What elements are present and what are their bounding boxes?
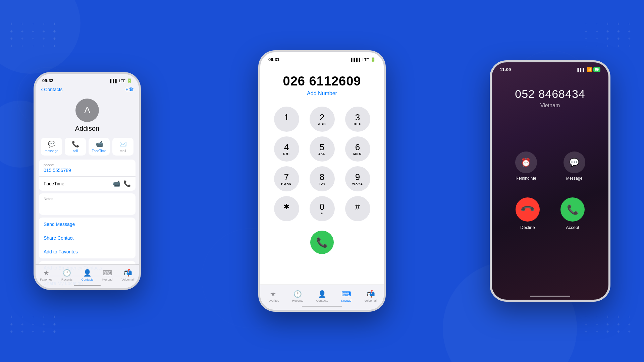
back-chevron-icon: ‹ [41,86,43,93]
phone3-screen: 11:09 ▌▌▌ 📶 89 052 8468434 Vietnam ⏰ R [492,62,608,300]
tab2-voicemail[interactable]: 📬 Voicemail [364,290,377,302]
send-message-button[interactable]: Send Message [39,218,136,231]
keypad-key-star[interactable]: ✱ [274,196,299,221]
wifi-icon: 📶 [587,67,592,72]
tab-keypad[interactable]: ⌨ Keypad [102,269,113,281]
key-5-digit: 5 [320,143,324,152]
remind-me-action[interactable]: ⏰ Remind Me [515,152,537,181]
remind-me-label: Remind Me [516,176,536,181]
call-button[interactable]: 📞 [310,231,334,254]
tab-recents[interactable]: 🕐 Recents [61,269,72,281]
key-8-digit: 8 [320,173,324,181]
call-phone-icon: 📞 [316,237,328,248]
phone1-status-icons: ▌▌▌ LTE 🔋 [110,78,132,83]
keypad-tab-label: Keypad [102,278,113,281]
dialed-number: 026 6112609 [267,74,377,88]
tab2-recents[interactable]: 🕐 Recents [292,290,303,302]
keypad-key-4[interactable]: 4 GHI [274,136,299,162]
add-number-link[interactable]: Add Number [267,90,377,97]
home-indicator [74,285,101,286]
decline-button[interactable]: 📞 [516,197,540,222]
message-label: message [45,149,58,153]
keypad-key-0[interactable]: 0 + [310,196,335,221]
incoming-country: Vietnam [498,103,602,109]
phone1-contacts: 09:32 ▌▌▌ LTE 🔋 ‹ Contacts Edit A A [34,72,141,290]
back-button[interactable]: ‹ Contacts [41,86,63,93]
contacts-tab-icon: 👤 [83,269,92,277]
incoming-number-display: 052 8468434 Vietnam [492,74,608,111]
key-star-letters [286,211,287,215]
tab-contacts-active[interactable]: 👤 Contacts [82,269,94,281]
tab-favorites[interactable]: ★ Favorites [40,269,52,281]
keypad-key-5[interactable]: 5 JKL [310,136,335,162]
contact-header: A Addison [36,95,139,138]
phone1-battery: 🔋 [127,78,132,83]
tab-voicemail[interactable]: 📬 Voicemail [121,269,135,281]
facetime-phone-btn[interactable]: 📞 [123,180,131,187]
facetime-label: FaceTime [92,149,106,153]
keypad-key-3[interactable]: 3 DEF [345,107,370,132]
tab2-voicemail-label: Voicemail [364,299,377,302]
keypad-key-1[interactable]: 1 [274,107,299,132]
facetime-icons: 📹 📞 [113,180,131,187]
keypad-grid: 1 2 ABC 3 DEF 4 GHI 5 JKL [260,100,384,228]
tab2-favorites[interactable]: ★ Favorites [267,290,279,302]
facetime-action-button[interactable]: 📹 FaceTime [89,138,110,156]
phone-value[interactable]: 015 5556789 [44,168,131,173]
share-contact-button[interactable]: Share Contact [39,231,136,245]
key-2-letters: ABC [318,122,326,126]
phone1-status-bar: 09:32 ▌▌▌ LTE 🔋 [36,74,139,85]
call-action-button[interactable]: 📞 call [65,138,86,156]
battery-badge: 89 [593,67,600,72]
message-action-button[interactable]: 💬 message [41,138,62,156]
add-to-favorites-button[interactable]: Add to Favorites [39,245,136,258]
keypad-key-hash[interactable]: # [345,196,370,221]
key-9-letters: WXYZ [352,182,363,185]
call-icon: 📞 [72,140,79,148]
mail-action-button[interactable]: ✉️ mail [112,138,133,156]
phone-row: phone 015 5556789 [39,160,136,177]
facetime-video-btn[interactable]: 📹 [113,180,120,187]
edit-button[interactable]: Edit [125,87,133,92]
accept-phone-icon: 📞 [567,204,579,215]
phone1-nav: ‹ Contacts Edit [36,85,139,95]
keypad-key-8[interactable]: 8 TUV [310,166,335,191]
tab2-keypad-icon: ⌨ [341,290,351,298]
back-label: Contacts [44,87,62,92]
phone3-time: 11:09 [500,67,511,72]
phone1-screen: 09:32 ▌▌▌ LTE 🔋 ‹ Contacts Edit A A [36,74,139,288]
notes-content[interactable] [44,201,131,212]
key-1-letters [286,122,287,126]
keypad-key-9[interactable]: 9 WXYZ [345,166,370,191]
incoming-number: 052 8468434 [498,87,602,101]
call-button-container: 📞 [260,228,384,259]
key-6-letters: MNO [353,152,362,156]
incoming-call-actions: ⏰ Remind Me 💬 Message [492,111,608,191]
phone2-frame: 09:31 ▌▌▌▌ LTE 🔋 026 6112609 Add Number … [258,50,386,312]
key-0-letters: + [321,212,323,215]
call-label: call [73,149,78,153]
keypad-key-6[interactable]: 6 MNO [345,136,370,162]
message-action[interactable]: 💬 Message [564,152,585,181]
key-hash-letters [357,212,358,215]
keypad-key-7[interactable]: 7 PQRS [274,166,299,191]
phone1-time: 09:32 [42,78,53,83]
mail-icon: ✉️ [119,140,127,148]
accept-button-container: 📞 Accept [560,197,585,230]
phone2-keypad: 09:31 ▌▌▌▌ LTE 🔋 026 6112609 Add Number … [258,50,386,312]
key-2-digit: 2 [320,113,324,122]
message-circle: 💬 [564,152,585,173]
phone-label: phone [44,163,131,167]
tab2-keypad-active[interactable]: ⌨ Keypad [341,290,352,302]
decline-label: Decline [520,225,535,230]
keypad-key-2[interactable]: 2 ABC [310,107,335,132]
tab2-contacts[interactable]: 👤 Contacts [316,290,328,302]
accept-button[interactable]: 📞 [560,197,585,222]
key-0-digit: 0 [320,202,324,211]
contact-avatar: A [75,99,99,122]
key-star-digit: ✱ [283,203,289,210]
key-5-letters: JKL [318,152,326,156]
tab2-recents-icon: 🕐 [293,290,302,298]
key-6-digit: 6 [355,143,360,152]
contact-name: Addison [75,125,99,132]
